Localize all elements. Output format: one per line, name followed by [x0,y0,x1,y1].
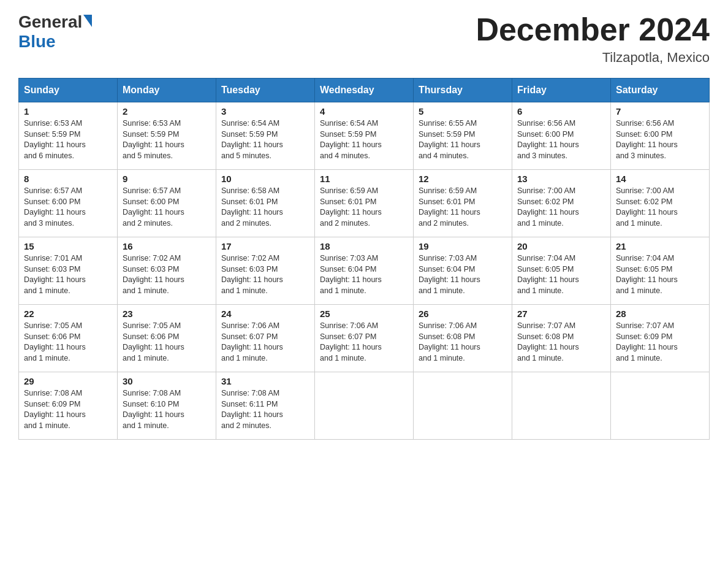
logo: General Blue [18,12,92,52]
calendar-week-row: 15 Sunrise: 7:01 AMSunset: 6:03 PMDaylig… [19,237,710,305]
location-text: Tilzapotla, Mexico [476,50,710,66]
day-number: 13 [517,174,605,184]
day-info: Sunrise: 7:03 AMSunset: 6:04 PMDaylight:… [320,253,408,296]
day-number: 26 [419,308,507,319]
calendar-day-cell: 3 Sunrise: 6:54 AMSunset: 5:59 PMDayligh… [216,102,315,170]
day-number: 8 [24,174,112,184]
calendar-day-cell [315,372,414,440]
day-info: Sunrise: 7:02 AMSunset: 6:03 PMDaylight:… [123,253,211,296]
day-number: 2 [123,106,211,117]
day-number: 14 [616,174,704,184]
month-title: December 2024 [476,12,710,47]
day-info: Sunrise: 6:55 AMSunset: 5:59 PMDaylight:… [419,118,507,161]
day-info: Sunrise: 7:01 AMSunset: 6:03 PMDaylight:… [24,253,112,296]
day-info: Sunrise: 6:59 AMSunset: 6:01 PMDaylight:… [419,186,507,229]
day-number: 23 [123,308,211,319]
calendar-week-row: 1 Sunrise: 6:53 AMSunset: 5:59 PMDayligh… [19,102,710,170]
calendar-day-cell [414,372,512,440]
day-info: Sunrise: 6:56 AMSunset: 6:00 PMDaylight:… [517,118,605,161]
day-number: 1 [24,106,112,117]
calendar-day-cell: 28 Sunrise: 7:07 AMSunset: 6:09 PMDaylig… [611,305,710,372]
day-info: Sunrise: 7:08 AMSunset: 6:11 PMDaylight:… [221,388,309,431]
calendar-day-cell: 25 Sunrise: 7:06 AMSunset: 6:07 PMDaylig… [315,305,414,372]
weekday-header-thursday: Thursday [414,79,512,102]
calendar-day-cell: 14 Sunrise: 7:00 AMSunset: 6:02 PMDaylig… [611,170,710,237]
day-number: 11 [320,174,408,184]
day-number: 28 [616,308,704,319]
day-info: Sunrise: 7:02 AMSunset: 6:03 PMDaylight:… [221,253,309,296]
day-info: Sunrise: 7:00 AMSunset: 6:02 PMDaylight:… [616,186,704,229]
day-number: 12 [419,174,507,184]
calendar-day-cell: 8 Sunrise: 6:57 AMSunset: 6:00 PMDayligh… [19,170,118,237]
weekday-header-monday: Monday [118,79,216,102]
weekday-header-tuesday: Tuesday [216,79,315,102]
calendar-day-cell: 2 Sunrise: 6:53 AMSunset: 5:59 PMDayligh… [118,102,216,170]
logo-blue-text: Blue [18,32,56,52]
calendar-week-row: 8 Sunrise: 6:57 AMSunset: 6:00 PMDayligh… [19,170,710,237]
weekday-header-row: SundayMondayTuesdayWednesdayThursdayFrid… [19,79,710,102]
day-number: 5 [419,106,507,117]
day-info: Sunrise: 7:07 AMSunset: 6:09 PMDaylight:… [616,321,704,364]
calendar-day-cell: 22 Sunrise: 7:05 AMSunset: 6:06 PMDaylig… [19,305,118,372]
day-info: Sunrise: 7:04 AMSunset: 6:05 PMDaylight:… [517,253,605,296]
day-info: Sunrise: 6:57 AMSunset: 6:00 PMDaylight:… [123,186,211,229]
day-info: Sunrise: 7:06 AMSunset: 6:08 PMDaylight:… [419,321,507,364]
day-number: 3 [221,106,309,117]
calendar-day-cell: 13 Sunrise: 7:00 AMSunset: 6:02 PMDaylig… [512,170,611,237]
logo-blue-part [82,15,92,29]
day-number: 22 [24,308,112,319]
weekday-header-friday: Friday [512,79,611,102]
calendar-day-cell: 26 Sunrise: 7:06 AMSunset: 6:08 PMDaylig… [414,305,512,372]
weekday-header-wednesday: Wednesday [315,79,414,102]
calendar-day-cell: 15 Sunrise: 7:01 AMSunset: 6:03 PMDaylig… [19,237,118,305]
day-number: 18 [320,241,408,251]
calendar-day-cell: 29 Sunrise: 7:08 AMSunset: 6:09 PMDaylig… [19,372,118,440]
calendar-day-cell: 9 Sunrise: 6:57 AMSunset: 6:00 PMDayligh… [118,170,216,237]
day-number: 21 [616,241,704,251]
day-info: Sunrise: 7:08 AMSunset: 6:09 PMDaylight:… [24,388,112,431]
day-info: Sunrise: 6:59 AMSunset: 6:01 PMDaylight:… [320,186,408,229]
day-info: Sunrise: 7:07 AMSunset: 6:08 PMDaylight:… [517,321,605,364]
calendar-day-cell: 6 Sunrise: 6:56 AMSunset: 6:00 PMDayligh… [512,102,611,170]
calendar-day-cell: 4 Sunrise: 6:54 AMSunset: 5:59 PMDayligh… [315,102,414,170]
day-info: Sunrise: 7:06 AMSunset: 6:07 PMDaylight:… [221,321,309,364]
calendar-day-cell [611,372,710,440]
day-number: 9 [123,174,211,184]
calendar-day-cell: 1 Sunrise: 6:53 AMSunset: 5:59 PMDayligh… [19,102,118,170]
weekday-header-sunday: Sunday [19,79,118,102]
day-number: 4 [320,106,408,117]
title-area: December 2024 Tilzapotla, Mexico [476,12,710,66]
logo-triangle-icon [83,15,92,27]
day-number: 19 [419,241,507,251]
calendar-week-row: 22 Sunrise: 7:05 AMSunset: 6:06 PMDaylig… [19,305,710,372]
day-number: 27 [517,308,605,319]
day-number: 31 [221,376,309,386]
day-number: 24 [221,308,309,319]
calendar-day-cell [512,372,611,440]
day-info: Sunrise: 6:58 AMSunset: 6:01 PMDaylight:… [221,186,309,229]
day-info: Sunrise: 6:57 AMSunset: 6:00 PMDaylight:… [24,186,112,229]
calendar-day-cell: 20 Sunrise: 7:04 AMSunset: 6:05 PMDaylig… [512,237,611,305]
day-info: Sunrise: 7:05 AMSunset: 6:06 PMDaylight:… [123,321,211,364]
calendar-day-cell: 18 Sunrise: 7:03 AMSunset: 6:04 PMDaylig… [315,237,414,305]
day-info: Sunrise: 7:06 AMSunset: 6:07 PMDaylight:… [320,321,408,364]
day-number: 6 [517,106,605,117]
day-info: Sunrise: 7:04 AMSunset: 6:05 PMDaylight:… [616,253,704,296]
day-info: Sunrise: 7:08 AMSunset: 6:10 PMDaylight:… [123,388,211,431]
day-number: 16 [123,241,211,251]
calendar-day-cell: 17 Sunrise: 7:02 AMSunset: 6:03 PMDaylig… [216,237,315,305]
day-number: 25 [320,308,408,319]
day-info: Sunrise: 6:56 AMSunset: 6:00 PMDaylight:… [616,118,704,161]
calendar-day-cell: 31 Sunrise: 7:08 AMSunset: 6:11 PMDaylig… [216,372,315,440]
day-number: 17 [221,241,309,251]
calendar-table: SundayMondayTuesdayWednesdayThursdayFrid… [18,78,710,440]
day-info: Sunrise: 7:03 AMSunset: 6:04 PMDaylight:… [419,253,507,296]
calendar-day-cell: 21 Sunrise: 7:04 AMSunset: 6:05 PMDaylig… [611,237,710,305]
day-number: 29 [24,376,112,386]
day-number: 15 [24,241,112,251]
calendar-day-cell: 30 Sunrise: 7:08 AMSunset: 6:10 PMDaylig… [118,372,216,440]
logo-general-text: General [18,12,82,32]
calendar-day-cell: 19 Sunrise: 7:03 AMSunset: 6:04 PMDaylig… [414,237,512,305]
day-info: Sunrise: 6:53 AMSunset: 5:59 PMDaylight:… [24,118,112,161]
day-info: Sunrise: 6:54 AMSunset: 5:59 PMDaylight:… [320,118,408,161]
